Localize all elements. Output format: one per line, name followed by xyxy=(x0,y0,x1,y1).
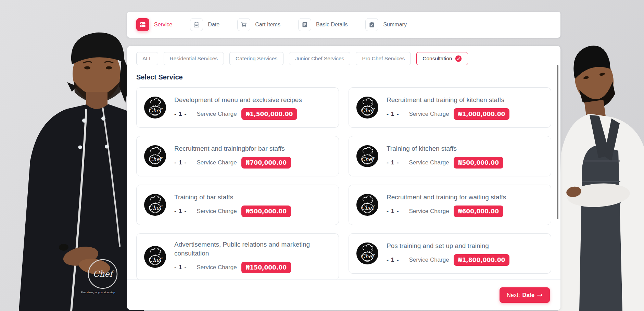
step-cart-items[interactable]: Cart Items xyxy=(237,18,280,31)
qty-increase-button[interactable]: - xyxy=(396,111,399,117)
service-title: Training of bar staffs xyxy=(174,193,291,202)
left-chef-photo: Chef Fine dining at your doorstep xyxy=(0,0,144,311)
chef-logo-icon xyxy=(144,246,166,268)
service-charge-label: Service Charge xyxy=(409,208,449,215)
qty-increase-button[interactable]: - xyxy=(184,264,186,271)
qty-decrease-button[interactable]: - xyxy=(174,160,176,166)
tab-consultation[interactable]: Consultation xyxy=(416,52,468,65)
price-badge: ₦1,000,000.00 xyxy=(454,108,510,120)
service-title: Recruitment and training for waiting sta… xyxy=(387,193,506,202)
panel-footer: Next: Date → xyxy=(127,279,560,310)
step-summary[interactable]: Summary xyxy=(365,18,406,31)
price-badge: ₦1,800,000.00 xyxy=(454,254,510,266)
category-filter-tabs: ALL Residential Services Catering Servic… xyxy=(136,52,551,65)
service-charge-label: Service Charge xyxy=(409,111,449,117)
service-card[interactable]: Development of menu and exclusive recipe… xyxy=(136,87,339,128)
step-cart-items-label: Cart Items xyxy=(255,22,280,28)
tab-consultation-label: Consultation xyxy=(422,55,452,62)
qty-increase-button[interactable]: - xyxy=(184,111,186,117)
qty-increase-button[interactable]: - xyxy=(184,208,186,214)
chef-logo-icon xyxy=(356,97,378,119)
chef-logo-icon xyxy=(356,242,378,264)
price-badge: ₦150,000.00 xyxy=(241,262,291,273)
service-card[interactable]: Recruitment and trainingbfor bar staffs … xyxy=(136,136,339,176)
service-card[interactable]: Pos training and set up and training - 1… xyxy=(349,233,551,274)
services-grid: Development of menu and exclusive recipe… xyxy=(136,87,551,279)
qty-decrease-button[interactable]: - xyxy=(387,208,389,214)
qty-increase-button[interactable]: - xyxy=(184,160,186,166)
qty-increase-button[interactable]: - xyxy=(396,208,399,214)
chef-logo-icon xyxy=(356,145,378,167)
service-title: Training of kitchen staffs xyxy=(387,144,503,153)
service-title: Development of menu and exclusive recipe… xyxy=(174,96,302,104)
service-card[interactable]: Training of kitchen staffs - 1 - Service… xyxy=(349,136,551,176)
tab-residential-services[interactable]: Residential Services xyxy=(164,52,224,65)
quantity-stepper: - 1 - xyxy=(387,208,399,215)
qty-increase-button[interactable]: - xyxy=(396,257,399,263)
apron-logo-text: Chef xyxy=(93,269,115,279)
calendar-icon xyxy=(190,18,203,31)
qty-decrease-button[interactable]: - xyxy=(387,111,389,117)
panel-scroll-area: ALL Residential Services Catering Servic… xyxy=(127,46,560,279)
service-charge-label: Service Charge xyxy=(197,264,237,271)
quantity-stepper: - 1 - xyxy=(174,264,186,271)
quantity-stepper: - 1 - xyxy=(174,111,186,117)
service-title: Recruitment and trainingbfor bar staffs xyxy=(174,144,291,153)
next-date-button[interactable]: Next: Date → xyxy=(500,287,550,303)
arrow-right-icon: → xyxy=(537,291,543,298)
service-charge-label: Service Charge xyxy=(197,159,237,166)
quantity-stepper: - 1 - xyxy=(174,208,186,215)
note-icon xyxy=(298,18,311,31)
service-charge-label: Service Charge xyxy=(197,111,237,117)
qty-increase-button[interactable]: - xyxy=(396,160,399,166)
qty-value: 1 xyxy=(179,264,182,271)
quantity-stepper: - 1 - xyxy=(387,159,399,166)
step-date[interactable]: Date xyxy=(190,18,219,31)
service-charge-label: Service Charge xyxy=(409,159,449,166)
qty-value: 1 xyxy=(391,257,394,263)
quantity-stepper: - 1 - xyxy=(387,257,399,263)
tab-junior-chef-services[interactable]: Junior Chef Services xyxy=(289,52,350,65)
step-summary-label: Summary xyxy=(383,22,406,28)
price-badge: ₦500,000.00 xyxy=(241,206,291,217)
booking-stepper: Service Date Cart Items xyxy=(127,12,560,38)
service-charge-label: Service Charge xyxy=(197,208,237,215)
tab-pro-chef-services[interactable]: Pro Chef Services xyxy=(356,52,411,65)
step-service[interactable]: Service xyxy=(136,18,172,31)
service-card[interactable]: Recruitment and training of kitchen staf… xyxy=(349,87,551,128)
check-circle-icon xyxy=(455,55,462,62)
service-card[interactable]: Advertisements, Public relations and mar… xyxy=(136,233,339,279)
qty-decrease-button[interactable]: - xyxy=(174,111,176,117)
qty-decrease-button[interactable]: - xyxy=(174,264,176,271)
step-basic-details[interactable]: Basic Details xyxy=(298,18,348,31)
cart-icon xyxy=(237,18,250,31)
chef-logo-icon xyxy=(144,97,166,119)
service-card[interactable]: Training of bar staffs - 1 - Service Cha… xyxy=(136,185,339,225)
step-basic-details-label: Basic Details xyxy=(316,22,348,28)
price-badge: ₦700,000.00 xyxy=(241,157,291,169)
tab-all[interactable]: ALL xyxy=(136,52,158,65)
qty-decrease-button[interactable]: - xyxy=(387,257,389,263)
service-charge-label: Service Charge xyxy=(409,257,449,263)
chef-logo-icon xyxy=(144,145,166,167)
tab-catering-services[interactable]: Catering Services xyxy=(229,52,283,65)
scrollbar-thumb[interactable] xyxy=(557,65,558,219)
qty-value: 1 xyxy=(391,111,394,117)
quantity-stepper: - 1 - xyxy=(174,159,186,166)
step-date-label: Date xyxy=(208,22,219,28)
service-selection-panel: ALL Residential Services Catering Servic… xyxy=(127,46,560,310)
chef-logo-icon xyxy=(356,194,378,216)
next-button-prefix: Next: xyxy=(507,292,520,298)
service-card[interactable]: Recruitment and training for waiting sta… xyxy=(349,185,551,225)
price-badge: ₦500,000.00 xyxy=(454,157,503,169)
clipboard-check-icon xyxy=(365,18,378,31)
service-title: Pos training and set up and training xyxy=(387,241,509,250)
qty-value: 1 xyxy=(391,208,394,215)
price-badge: ₦1,500,000.00 xyxy=(241,108,298,120)
price-badge: ₦600,000.00 xyxy=(454,206,503,217)
step-service-label: Service xyxy=(154,22,172,28)
section-title: Select Service xyxy=(136,73,551,81)
qty-decrease-button[interactable]: - xyxy=(387,160,389,166)
next-button-step: Date xyxy=(522,292,534,298)
qty-decrease-button[interactable]: - xyxy=(174,208,176,214)
